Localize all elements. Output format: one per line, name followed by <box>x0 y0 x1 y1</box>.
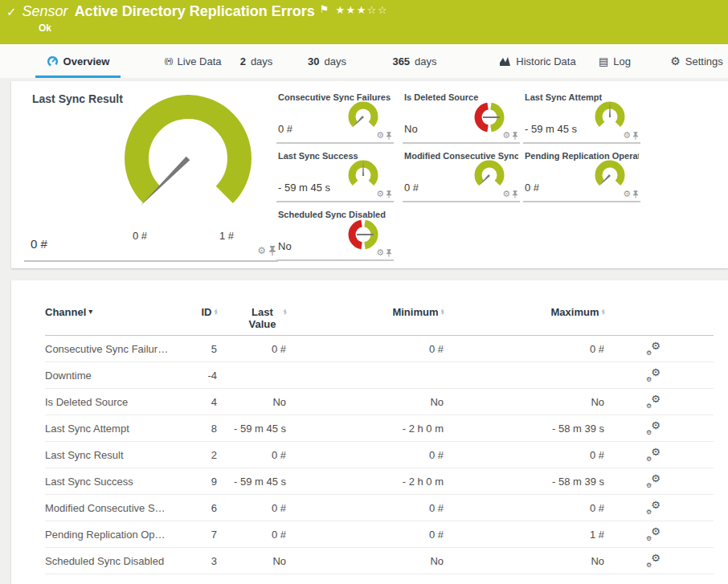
table-row: Last Sync Attempt 8 - 59 m 45 s - 2 h 0 … <box>45 415 714 442</box>
status-check-icon: ✓ <box>6 5 17 19</box>
maximum-value: No <box>444 396 604 408</box>
gauge-value: No <box>278 240 292 252</box>
tab-bar: Overview ((•)) Live Data 2 days 30 days … <box>0 44 728 78</box>
channel-settings-icon[interactable]: ⚙⚙ <box>646 474 661 487</box>
channel-settings-icon[interactable]: ⚙⚙ <box>646 421 661 434</box>
channel-name[interactable]: Last Sync Result <box>45 449 190 461</box>
tab-live-data[interactable]: ((•)) Live Data <box>156 44 230 78</box>
gauge-last-sync-success: Last Sync Success - 59 m 45 s ⚙ <box>276 149 394 202</box>
channel-settings-icon[interactable]: ⚙⚙ <box>646 368 661 381</box>
gauge-value: 0 # <box>278 123 292 135</box>
object-kind-label: Sensor <box>22 3 68 20</box>
column-header-minimum[interactable]: Minimum ▴▾ <box>286 306 444 318</box>
tab-historic-data[interactable]: Historic Data <box>497 44 579 78</box>
minimum-value: No <box>286 396 444 408</box>
gauge-value: - 59 m 45 s <box>278 182 330 194</box>
gauge-pin-icon[interactable] <box>386 249 392 257</box>
channel-name[interactable]: Consecutive Sync Failur… <box>45 343 190 355</box>
column-header-maximum[interactable]: Maximum ▴▾ <box>444 306 604 318</box>
log-icon: ▤ <box>599 55 608 67</box>
minimum-value: 0 # <box>286 343 444 355</box>
channel-name[interactable]: Modified Consecutive S… <box>45 502 190 514</box>
priority-flag-icon[interactable]: ⚑ <box>320 3 329 15</box>
page-title: Active Directory Replication Errors <box>75 3 315 20</box>
table-row: Last Sync Result 2 0 # 0 # 0 # ⚙⚙ <box>45 442 714 468</box>
overview-gauge-icon <box>47 55 59 67</box>
channel-id: 3 <box>190 555 217 567</box>
last-value: No <box>217 555 286 567</box>
tab-label: Historic Data <box>516 55 575 67</box>
historic-chart-icon <box>499 55 511 67</box>
maximum-value: - 58 m 39 s <box>444 423 604 435</box>
tab-30-days[interactable]: 30 days <box>302 44 352 78</box>
gauge-settings-icon[interactable]: ⚙ <box>623 131 631 140</box>
gauge-value: - 59 m 45 s <box>525 123 577 135</box>
tab-label: Log <box>613 55 631 67</box>
column-header-id[interactable]: ID ▴▾ <box>190 306 217 318</box>
gauge-pin-icon[interactable] <box>632 132 639 140</box>
gauge-settings-icon[interactable]: ⚙ <box>257 246 266 255</box>
gauge-pin-icon[interactable] <box>632 190 639 198</box>
tab-settings[interactable]: ⚙ Settings <box>668 44 726 78</box>
channel-name[interactable]: Scheduled Sync Disabled <box>45 555 190 567</box>
gauge-settings-icon[interactable]: ⚙ <box>376 190 384 198</box>
channel-name[interactable]: Last Sync Success <box>45 476 190 488</box>
channel-id: 8 <box>190 423 217 435</box>
gauge-value: No <box>404 123 418 135</box>
table-row: Consecutive Sync Failur… 5 0 # 0 # 0 # ⚙… <box>45 336 714 362</box>
gauge-pending-replication-operations: Pending Replication Operatio… 0 # ⚙ <box>523 149 640 202</box>
table-header-row: Channel ▾ ID ▴▾ Last Value ▴▾ Minimum ▴▾… <box>45 280 714 336</box>
table-row: Pending Replication Op… 7 0 # 0 # 1 # ⚙⚙ <box>45 521 714 548</box>
priority-stars[interactable]: ★★★☆☆ <box>335 4 388 16</box>
status-badge: Ok <box>39 22 51 34</box>
tab-label: Live Data <box>178 55 222 67</box>
gauge-pin-icon[interactable] <box>386 190 392 198</box>
maximum-value: 1 # <box>444 529 604 541</box>
minimum-value: - 2 h 0 m <box>286 476 444 488</box>
maximum-value: 0 # <box>444 502 604 514</box>
channel-id: 9 <box>190 476 217 488</box>
table-row: Is Deleted Source 4 No No No ⚙⚙ <box>45 389 714 415</box>
gear-icon: ⚙ <box>670 55 681 67</box>
channel-settings-icon[interactable]: ⚙⚙ <box>646 394 661 407</box>
channel-id: 5 <box>190 343 217 355</box>
tab-log[interactable]: ▤ Log <box>593 44 636 78</box>
channel-name[interactable]: Last Sync Attempt <box>45 423 190 435</box>
channel-settings-icon[interactable]: ⚙⚙ <box>646 341 661 354</box>
minimum-value: 0 # <box>286 449 444 461</box>
gauge-value: 0 # <box>31 237 47 251</box>
column-header-last-value[interactable]: Last Value ▴▾ <box>217 306 286 330</box>
column-header-channel[interactable]: Channel ▾ <box>45 306 190 318</box>
gauge-value: 0 # <box>525 182 539 194</box>
channel-settings-icon[interactable]: ⚙⚙ <box>646 527 661 540</box>
gauge-is-deleted-source: Is Deleted Source No ⚙ <box>403 91 520 144</box>
table-row: Modified Consecutive S… 6 0 # 0 # 0 # ⚙⚙ <box>45 495 714 521</box>
channel-name[interactable]: Downtime <box>45 370 190 382</box>
table-row: Scheduled Sync Disabled 3 No No No ⚙⚙ <box>45 548 714 574</box>
gauge-settings-icon[interactable]: ⚙ <box>623 190 631 198</box>
gauge-settings-icon[interactable]: ⚙ <box>502 190 510 198</box>
tab-label: days <box>325 55 346 67</box>
maximum-value: 0 # <box>444 449 604 461</box>
gauge-settings-icon[interactable]: ⚙ <box>502 131 510 140</box>
channel-name[interactable]: Is Deleted Source <box>45 396 190 408</box>
gauge-pin-icon[interactable] <box>512 132 518 140</box>
gauge-settings-icon[interactable]: ⚙ <box>376 131 384 140</box>
gauge-pin-icon[interactable] <box>512 190 518 198</box>
channel-name[interactable]: Pending Replication Op… <box>45 529 190 541</box>
gauge-pin-icon[interactable] <box>386 132 392 140</box>
last-value: 0 # <box>217 529 286 541</box>
tab-overview[interactable]: Overview <box>35 44 121 78</box>
channel-settings-icon[interactable]: ⚙⚙ <box>646 500 661 513</box>
sort-icon: ▴▾ <box>601 306 604 315</box>
broadcast-icon: ((•)) <box>164 57 172 65</box>
channel-settings-icon[interactable]: ⚙⚙ <box>646 447 661 460</box>
gauge-pin-icon[interactable] <box>268 246 276 255</box>
gauge-settings-icon[interactable]: ⚙ <box>376 248 384 257</box>
gauge-dial <box>116 92 260 229</box>
minimum-value: No <box>286 555 444 567</box>
channel-settings-icon[interactable]: ⚙⚙ <box>646 553 661 566</box>
tab-365-days[interactable]: 365 days <box>386 44 443 78</box>
tab-2-days[interactable]: 2 days <box>234 44 279 78</box>
table-row: Downtime -4 ⚙⚙ <box>45 362 714 389</box>
